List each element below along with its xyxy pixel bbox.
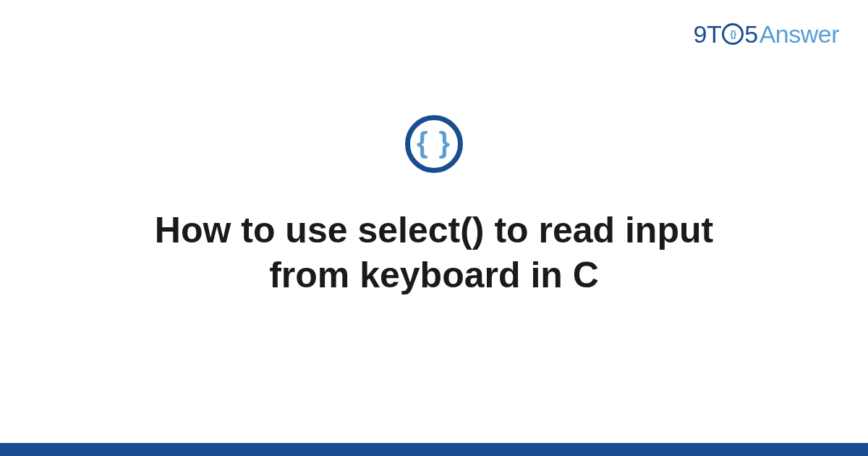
page-title: How to use select() to read input from k… [87, 208, 781, 298]
braces-icon: { } [417, 128, 451, 157]
footer-accent-bar [0, 443, 868, 456]
logo-text-answer: Answer [760, 20, 839, 48]
logo-ring-icon [722, 23, 744, 45]
site-logo: 9T 5 Answer [694, 20, 839, 48]
main-content: { } How to use select() to read input fr… [0, 0, 868, 456]
category-code-icon: { } [405, 115, 463, 173]
logo-text-5: 5 [744, 20, 757, 48]
logo-text-9t: 9T [694, 20, 722, 48]
